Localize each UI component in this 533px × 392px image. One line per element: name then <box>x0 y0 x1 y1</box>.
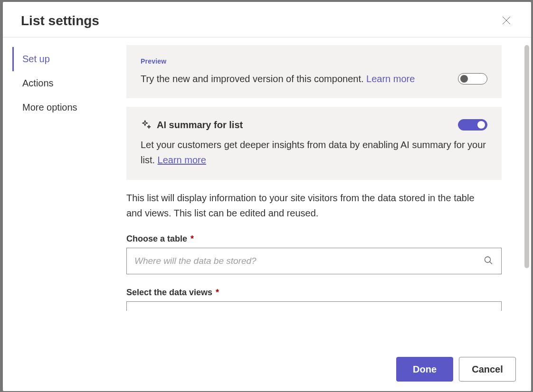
ai-summary-description: Let your customers get deeper insights f… <box>141 137 487 168</box>
modal-header: List settings <box>3 2 531 37</box>
select-views-field: Select the data views * <box>126 288 502 311</box>
preview-card: Preview Try the new and improved version… <box>126 45 502 98</box>
ai-summary-toggle[interactable] <box>458 119 487 131</box>
tab-label: Actions <box>22 78 54 88</box>
cancel-button[interactable]: Cancel <box>459 357 516 382</box>
select-views-input-top[interactable] <box>126 301 502 311</box>
modal-title: List settings <box>21 13 99 28</box>
modal-body: Set up Actions More options Preview Try … <box>3 37 531 391</box>
tab-label: More options <box>22 102 77 112</box>
required-marker: * <box>216 288 219 297</box>
preview-toggle[interactable] <box>458 73 487 84</box>
modal-footer: Done Cancel <box>396 357 516 382</box>
tab-label: Set up <box>22 54 50 64</box>
content-area: Preview Try the new and improved version… <box>126 37 531 391</box>
toggle-knob <box>477 121 485 129</box>
svg-point-0 <box>485 257 491 262</box>
close-button[interactable] <box>500 14 513 28</box>
close-icon <box>502 16 511 27</box>
preview-text: Try the new and improved version of this… <box>141 72 415 86</box>
sidebar: Set up Actions More options <box>3 37 126 391</box>
ai-summary-card: AI summary for list Let your customers g… <box>126 107 502 180</box>
list-settings-modal: List settings Set up Actions More option… <box>3 2 531 391</box>
search-table-button[interactable] <box>482 254 495 269</box>
tab-set-up[interactable]: Set up <box>12 47 126 71</box>
done-button[interactable]: Done <box>396 357 453 382</box>
preview-label: Preview <box>141 57 487 65</box>
toggle-knob <box>460 75 468 83</box>
search-icon <box>484 260 493 267</box>
scrollbar[interactable] <box>524 45 529 268</box>
intro-text: This list will display information to yo… <box>126 190 502 221</box>
tab-actions[interactable]: Actions <box>12 71 126 95</box>
ai-learn-more-link[interactable]: Learn more <box>158 155 206 165</box>
tab-more-options[interactable]: More options <box>12 95 126 120</box>
select-views-label: Select the data views * <box>126 288 502 298</box>
preview-learn-more-link[interactable]: Learn more <box>366 74 415 84</box>
choose-table-label: Choose a table * <box>126 234 502 244</box>
required-marker: * <box>190 234 194 243</box>
sparkle-icon <box>141 119 152 131</box>
choose-table-input[interactable] <box>126 248 502 274</box>
choose-table-field: Choose a table * <box>126 234 502 274</box>
ai-summary-heading: AI summary for list <box>141 119 243 131</box>
